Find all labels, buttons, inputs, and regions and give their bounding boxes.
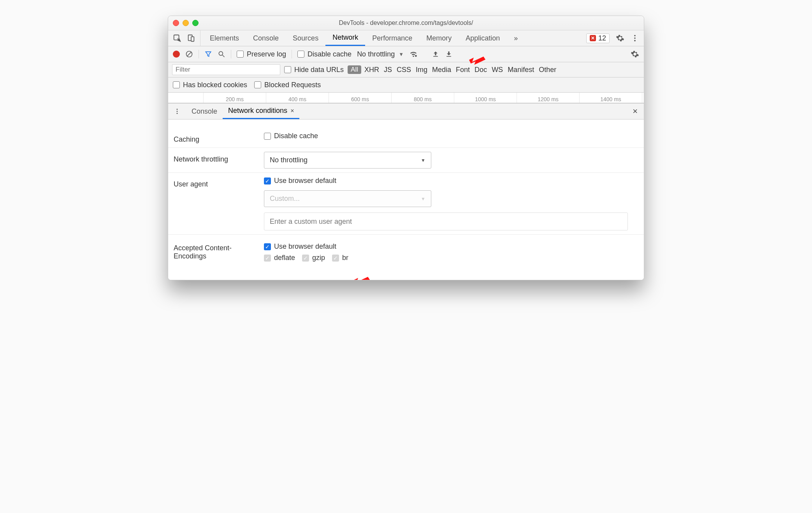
title-bar: DevTools - developer.chrome.com/tags/dev…: [168, 16, 644, 30]
search-icon[interactable]: [218, 50, 225, 58]
svg-point-4: [634, 37, 636, 39]
inspect-element-icon[interactable]: [173, 34, 181, 42]
filter-type-ws[interactable]: WS: [492, 66, 503, 74]
network-timeline[interactable]: 200 ms 400 ms 600 ms 800 ms 1000 ms 1200…: [168, 93, 644, 103]
encodings-label: Accepted Content-Encodings: [174, 242, 260, 260]
select-caret-icon: ▼: [421, 196, 425, 202]
error-count: 12: [598, 34, 606, 42]
more-vert-icon[interactable]: [631, 34, 639, 42]
settings-gear-icon[interactable]: [616, 34, 624, 42]
tab-memory[interactable]: Memory: [419, 30, 459, 46]
nc-disable-cache-text: Disable cache: [274, 132, 318, 140]
svg-rect-2: [191, 37, 194, 41]
enc-br-text: br: [342, 254, 348, 262]
filter-input[interactable]: [172, 64, 280, 75]
devtools-window: DevTools - developer.chrome.com/tags/dev…: [168, 16, 644, 280]
filter-row: Hide data URLs All XHR JS CSS Img Media …: [168, 62, 644, 77]
drawer-tab-label: Network conditions: [228, 107, 287, 115]
filter-type-manifest[interactable]: Manifest: [508, 66, 534, 74]
filter-type-all[interactable]: All: [348, 65, 361, 74]
hide-data-urls-checkbox[interactable]: Hide data URLs: [284, 66, 344, 74]
download-har-icon[interactable]: [445, 50, 453, 58]
timeline-tick: 400 ms: [266, 93, 329, 103]
window-title: DevTools - developer.chrome.com/tags/dev…: [168, 19, 644, 26]
throttling-select[interactable]: No throttling ▼: [264, 152, 431, 169]
enc-br-checkbox: ✓br: [332, 254, 348, 262]
checkbox-checked-icon: ✓: [264, 177, 271, 184]
clear-icon[interactable]: [185, 50, 193, 58]
error-icon: ✕: [590, 35, 596, 41]
filter-type-js[interactable]: JS: [384, 66, 392, 74]
tab-network[interactable]: Network: [325, 30, 365, 46]
svg-point-5: [634, 40, 636, 42]
drawer-close-icon[interactable]: ×: [626, 104, 644, 119]
device-toolbar-icon[interactable]: [187, 34, 195, 42]
throttling-dropdown[interactable]: No throttling ▼: [357, 50, 404, 58]
enc-deflate-checkbox: ✓deflate: [264, 254, 295, 262]
svg-point-16: [177, 113, 178, 114]
tab-sources[interactable]: Sources: [286, 30, 325, 46]
tabs-overflow[interactable]: »: [507, 30, 525, 46]
filter-type-other[interactable]: Other: [539, 66, 556, 74]
svg-rect-13: [446, 56, 451, 57]
record-button[interactable]: [173, 51, 180, 58]
filter-type-font[interactable]: Font: [456, 66, 470, 74]
timeline-tick: 1200 ms: [517, 93, 580, 103]
network-settings-gear-icon[interactable]: [631, 50, 639, 58]
has-blocked-cookies-checkbox[interactable]: Has blocked cookies: [173, 81, 247, 89]
tab-performance[interactable]: Performance: [365, 30, 419, 46]
tab-elements[interactable]: Elements: [203, 30, 246, 46]
throttling-section-label: Network throttling: [174, 152, 260, 163]
checkbox-disabled-icon: ✓: [264, 255, 271, 262]
error-count-badge[interactable]: ✕ 12: [586, 33, 610, 43]
svg-point-3: [634, 35, 636, 37]
select-caret-icon: ▼: [421, 158, 425, 163]
drawer-more-icon[interactable]: [168, 104, 186, 119]
checkbox-disabled-icon: ✓: [302, 255, 309, 262]
filter-toggle-icon[interactable]: [204, 50, 212, 58]
drawer-tabrow: Console Network conditions × ×: [168, 103, 644, 119]
filter-row-extras: Has blocked cookies Blocked Requests: [168, 77, 644, 93]
checkbox-disabled-icon: ✓: [332, 255, 339, 262]
svg-point-14: [177, 109, 178, 110]
enc-gzip-text: gzip: [312, 254, 325, 262]
drawer-tab-network-conditions[interactable]: Network conditions ×: [223, 104, 299, 119]
network-conditions-icon[interactable]: [409, 50, 418, 58]
enc-gzip-checkbox: ✓gzip: [302, 254, 325, 262]
enc-deflate-text: deflate: [274, 254, 295, 262]
ua-custom-placeholder: Custom...: [270, 195, 300, 203]
ua-use-default-text: Use browser default: [274, 177, 336, 185]
dropdown-caret-icon: ▼: [399, 51, 404, 57]
drawer-tab-close-icon[interactable]: ×: [290, 107, 294, 114]
hide-data-urls-label: Hide data URLs: [294, 66, 344, 74]
ua-custom-select: Custom... ▼: [264, 190, 431, 207]
timeline-tick: 1400 ms: [580, 93, 642, 103]
nc-disable-cache-checkbox[interactable]: Disable cache: [264, 132, 638, 140]
svg-point-15: [177, 111, 178, 112]
tab-console[interactable]: Console: [246, 30, 286, 46]
tab-application[interactable]: Application: [459, 30, 507, 46]
blocked-requests-checkbox[interactable]: Blocked Requests: [254, 81, 321, 89]
main-panel-tabs: Elements Console Sources Network Perform…: [200, 30, 525, 46]
svg-line-9: [223, 55, 225, 57]
svg-rect-12: [433, 56, 438, 57]
disable-cache-checkbox[interactable]: Disable cache: [297, 50, 352, 58]
drawer-tab-console[interactable]: Console: [186, 104, 223, 119]
checkbox-checked-icon: ✓: [264, 243, 271, 250]
ua-use-default-checkbox[interactable]: ✓Use browser default: [264, 177, 638, 185]
filter-type-css[interactable]: CSS: [397, 66, 411, 74]
filter-type-media[interactable]: Media: [432, 66, 451, 74]
enc-use-default-checkbox[interactable]: ✓Use browser default: [264, 242, 638, 251]
upload-har-icon[interactable]: [432, 50, 439, 58]
throttling-label: No throttling: [357, 50, 395, 58]
blocked-cookies-label: Has blocked cookies: [183, 81, 247, 89]
devtools-main-tabrow: Elements Console Sources Network Perform…: [168, 30, 644, 46]
preserve-log-checkbox[interactable]: Preserve log: [237, 50, 286, 58]
filter-type-img[interactable]: Img: [416, 66, 427, 74]
filter-type-xhr[interactable]: XHR: [364, 66, 379, 74]
svg-point-8: [219, 51, 223, 55]
timeline-tick: 600 ms: [329, 93, 392, 103]
caching-label: Caching: [174, 132, 260, 144]
enc-use-default-text: Use browser default: [274, 242, 336, 251]
svg-line-7: [187, 52, 192, 56]
